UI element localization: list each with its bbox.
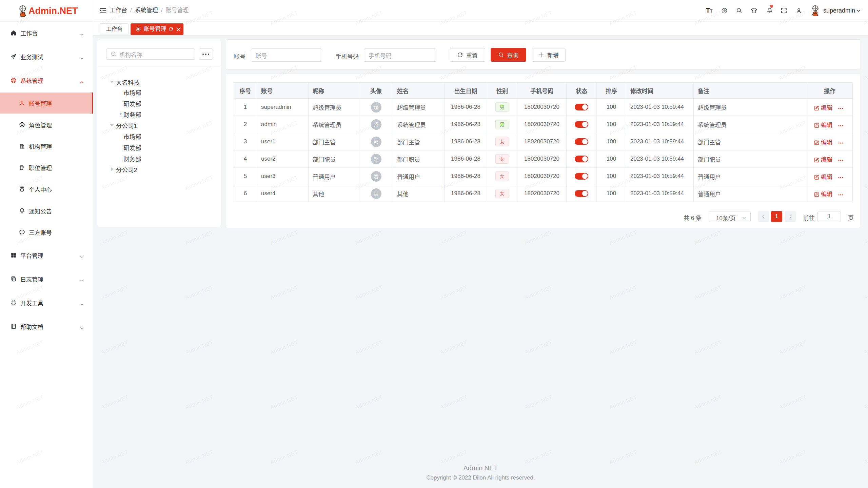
svg-text:Admin.NET: Admin.NET — [863, 120, 868, 136]
svg-text:Admin.NET: Admin.NET — [863, 65, 868, 81]
svg-text:Admin.NET: Admin.NET — [100, 449, 129, 465]
svg-text:Admin.NET: Admin.NET — [270, 339, 299, 355]
svg-text:Admin.NET: Admin.NET — [185, 229, 214, 246]
svg-text:Admin.NET: Admin.NET — [100, 394, 129, 410]
svg-text:Admin.NET: Admin.NET — [609, 229, 638, 246]
svg-text:Admin.NET: Admin.NET — [185, 339, 214, 355]
svg-text:Admin.NET: Admin.NET — [524, 229, 553, 246]
svg-text:Admin.NET: Admin.NET — [439, 339, 468, 355]
svg-text:Admin.NET: Admin.NET — [524, 339, 553, 355]
svg-text:中: 中 — [723, 8, 726, 12]
svg-text:Admin.NET: Admin.NET — [100, 284, 129, 301]
svg-text:Admin.NET: Admin.NET — [524, 394, 553, 410]
svg-text:Admin.NET: Admin.NET — [863, 394, 868, 410]
svg-text:Admin.NET: Admin.NET — [354, 229, 383, 246]
svg-text:Admin.NET: Admin.NET — [693, 229, 723, 246]
svg-text:Admin.NET: Admin.NET — [778, 339, 807, 355]
svg-text:Admin.NET: Admin.NET — [354, 284, 383, 301]
svg-text:Admin.NET: Admin.NET — [778, 229, 807, 246]
svg-text:Admin.NET: Admin.NET — [439, 284, 468, 301]
svg-text:Admin.NET: Admin.NET — [100, 339, 129, 355]
svg-text:Admin.NET: Admin.NET — [609, 339, 638, 355]
svg-text:Admin.NET: Admin.NET — [863, 284, 868, 301]
svg-text:Admin.NET: Admin.NET — [270, 449, 299, 465]
svg-text:Admin.NET: Admin.NET — [354, 449, 383, 465]
svg-text:Admin.NET: Admin.NET — [863, 229, 868, 246]
svg-text:Admin.NET: Admin.NET — [609, 284, 638, 301]
svg-text:Admin.NET: Admin.NET — [439, 229, 468, 246]
svg-text:Admin.NET: Admin.NET — [778, 449, 807, 465]
svg-text:Admin.NET: Admin.NET — [693, 394, 723, 410]
svg-text:Admin.NET: Admin.NET — [354, 394, 383, 410]
svg-text:Admin.NET: Admin.NET — [778, 284, 807, 301]
svg-text:Admin.NET: Admin.NET — [778, 394, 807, 410]
svg-text:Admin.NET: Admin.NET — [354, 339, 383, 355]
svg-text:Admin.NET: Admin.NET — [185, 284, 214, 301]
svg-text:Admin.NET: Admin.NET — [100, 229, 129, 246]
svg-text:Admin.NET: Admin.NET — [693, 284, 723, 301]
svg-text:Admin.NET: Admin.NET — [609, 449, 638, 465]
svg-text:Admin.NET: Admin.NET — [609, 394, 638, 410]
svg-text:Admin.NET: Admin.NET — [863, 449, 868, 465]
svg-text:Admin.NET: Admin.NET — [863, 339, 868, 355]
svg-text:Admin.NET: Admin.NET — [439, 449, 468, 465]
svg-text:Admin.NET: Admin.NET — [270, 229, 299, 246]
svg-text:Admin.NET: Admin.NET — [524, 449, 553, 465]
svg-text:Admin.NET: Admin.NET — [863, 175, 868, 191]
svg-text:Admin.NET: Admin.NET — [270, 284, 299, 301]
svg-text:Admin.NET: Admin.NET — [524, 284, 553, 301]
svg-text:Admin.NET: Admin.NET — [185, 394, 214, 410]
svg-text:Admin.NET: Admin.NET — [270, 394, 299, 410]
svg-text:Admin.NET: Admin.NET — [185, 449, 214, 465]
svg-text:Admin.NET: Admin.NET — [693, 449, 723, 465]
svg-text:Admin.NET: Admin.NET — [439, 394, 468, 410]
svg-text:Admin.NET: Admin.NET — [693, 339, 723, 355]
